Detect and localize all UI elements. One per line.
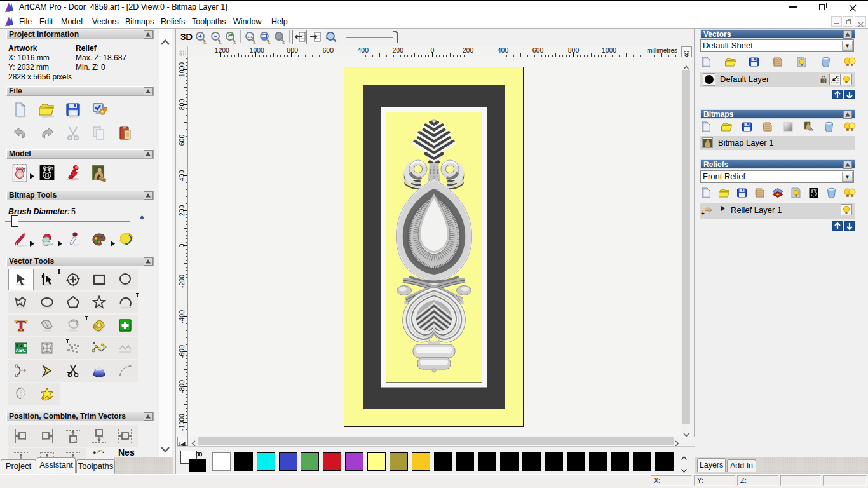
svg-text:-200: -200 <box>178 274 186 288</box>
svg-text:800: 800 <box>178 99 186 111</box>
svg-text:T: T <box>51 166 53 170</box>
svg-text:1:1: 1:1 <box>247 35 253 39</box>
svg-text:400: 400 <box>498 46 509 54</box>
svg-text:0: 0 <box>431 46 435 54</box>
svg-text:-600: -600 <box>320 46 334 54</box>
svg-text:600: 600 <box>532 46 544 54</box>
svg-text:800: 800 <box>568 46 580 54</box>
svg-text:?: ? <box>824 79 826 83</box>
svg-text:-400: -400 <box>178 310 186 323</box>
svg-text:-800: -800 <box>285 46 298 54</box>
svg-text:-1000: -1000 <box>247 46 264 54</box>
svg-text:-800: -800 <box>178 380 186 393</box>
svg-text:600: 600 <box>178 135 186 146</box>
svg-text:200: 200 <box>463 46 474 54</box>
svg-text:-1000: -1000 <box>178 414 186 431</box>
svg-text:-600: -600 <box>178 345 186 358</box>
svg-text:-200: -200 <box>390 46 403 54</box>
svg-text:millimetres: millimetres <box>647 47 677 54</box>
svg-text:0: 0 <box>178 243 186 247</box>
svg-text:T: T <box>23 168 25 172</box>
svg-text:-400: -400 <box>355 46 369 54</box>
svg-text:-1200: -1200 <box>212 46 229 54</box>
svg-text:1000: 1000 <box>178 62 186 78</box>
svg-text:200: 200 <box>178 205 186 217</box>
svg-text:1000: 1000 <box>602 46 617 54</box>
svg-text:400: 400 <box>178 170 186 182</box>
svg-text:+: + <box>701 210 705 216</box>
svg-text:ABC: ABC <box>16 348 27 353</box>
